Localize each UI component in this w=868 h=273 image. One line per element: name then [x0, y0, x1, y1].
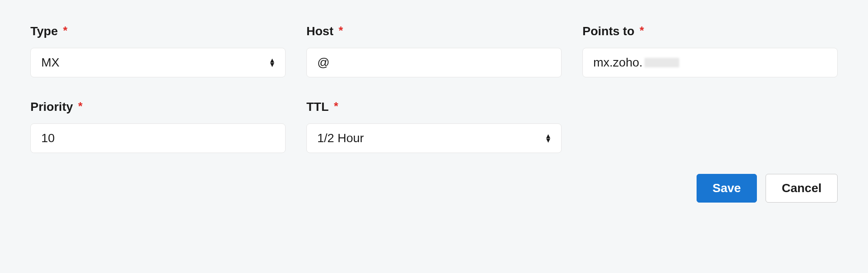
- field-points-to: Points to * mx.zoho.: [582, 24, 838, 77]
- ttl-select-value: 1/2 Hour: [317, 131, 537, 145]
- empty-cell: [582, 100, 838, 153]
- host-input[interactable]: [306, 48, 562, 77]
- redacted-text: [644, 58, 679, 67]
- points-to-value: mx.zoho.: [593, 56, 643, 70]
- priority-input[interactable]: [30, 123, 286, 153]
- label-priority-text: Priority: [30, 100, 73, 114]
- required-icon: *: [339, 24, 343, 37]
- label-ttl-text: TTL: [306, 100, 329, 114]
- required-icon: *: [640, 24, 644, 37]
- required-icon: *: [63, 24, 67, 37]
- field-priority: Priority *: [30, 100, 286, 153]
- label-host-text: Host: [306, 24, 333, 38]
- label-points-to-text: Points to: [582, 24, 635, 38]
- field-type: Type * MX ▲▼: [30, 24, 286, 77]
- required-icon: *: [78, 100, 82, 113]
- save-button[interactable]: Save: [697, 174, 757, 203]
- label-type-text: Type: [30, 24, 58, 38]
- field-host: Host *: [306, 24, 562, 77]
- type-select-value: MX: [41, 56, 261, 70]
- required-icon: *: [334, 100, 338, 113]
- button-row: Save Cancel: [30, 174, 838, 203]
- select-arrows-icon: ▲▼: [269, 58, 276, 67]
- field-ttl: TTL * 1/2 Hour ▲▼: [306, 100, 562, 153]
- label-type: Type *: [30, 24, 286, 38]
- label-host: Host *: [306, 24, 562, 38]
- label-priority: Priority *: [30, 100, 286, 114]
- type-select[interactable]: MX ▲▼: [30, 48, 286, 77]
- ttl-select[interactable]: 1/2 Hour ▲▼: [306, 123, 562, 153]
- label-ttl: TTL *: [306, 100, 562, 114]
- points-to-input[interactable]: mx.zoho.: [582, 48, 838, 77]
- select-arrows-icon: ▲▼: [545, 134, 552, 143]
- label-points-to: Points to *: [582, 24, 838, 38]
- cancel-button[interactable]: Cancel: [766, 174, 838, 203]
